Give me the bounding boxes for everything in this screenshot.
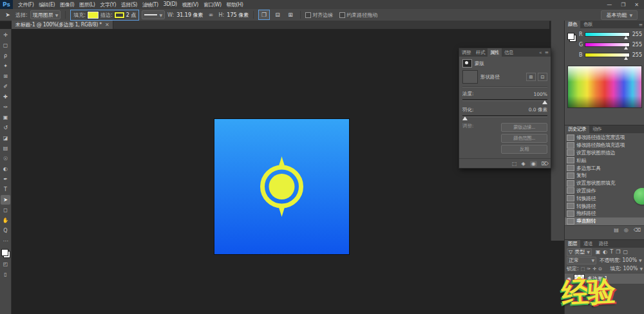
minimize-button[interactable]: — [607, 2, 612, 8]
history-item[interactable]: 多边形工具 [565, 164, 644, 172]
history-item[interactable]: 修改路径描边宽度选项 [565, 134, 644, 142]
panel-menu-icon[interactable]: ≡ [639, 22, 644, 28]
invert-button[interactable]: 反相 [501, 145, 547, 154]
history-item[interactable]: 垂直翻转 [565, 217, 644, 225]
tab-styles[interactable]: 样式 [473, 48, 488, 57]
history-item[interactable]: 粘贴 [565, 156, 644, 164]
density-value[interactable]: 100% [534, 91, 547, 97]
fill-color-swatch[interactable] [88, 12, 99, 19]
mask-visibility-eye-icon[interactable]: ◉ [530, 161, 537, 167]
menu-item[interactable]: 帮助(H) [224, 1, 246, 8]
tab-history[interactable]: 历史记录 [565, 125, 589, 133]
crop-tool[interactable]: ⊞ [1, 71, 10, 81]
foreground-color-swatch[interactable] [567, 33, 574, 40]
layer-filter-dropdown[interactable]: ▽ 类型 ▼ [567, 248, 592, 256]
feather-slider[interactable] [462, 115, 547, 117]
slider-thumb-icon[interactable] [542, 100, 547, 104]
workspace-switcher[interactable]: 基本功能▼ [601, 10, 638, 20]
delete-state-trash-icon[interactable]: ⌫ [634, 227, 641, 233]
path-selection-tool[interactable]: ➤ [1, 195, 10, 205]
hand-tool[interactable]: ✋ [1, 216, 10, 225]
filter-type-icon[interactable]: ◐ [603, 249, 607, 255]
filter-type-icon[interactable]: ▢ [623, 249, 628, 255]
load-selection-icon[interactable]: ⬚ [512, 161, 517, 167]
slider-thumb-icon[interactable] [624, 36, 628, 39]
color-range-button[interactable]: 颜色范围... [501, 134, 547, 143]
healing-brush-tool[interactable]: ✚ [1, 92, 10, 102]
zoom-tool[interactable]: Q [1, 226, 10, 236]
filter-type-icon[interactable]: T [610, 249, 613, 255]
filter-type-icon[interactable]: ❐ [616, 249, 620, 255]
menu-item[interactable]: 选择(S) [118, 1, 140, 8]
delete-mask-trash-icon[interactable]: ⌦ [542, 161, 549, 167]
foreground-background-swatches[interactable] [567, 33, 576, 42]
lock-icon[interactable]: ✑ [587, 266, 591, 272]
move-tool[interactable]: ✛ [1, 30, 10, 40]
slider-thumb-icon[interactable] [624, 57, 628, 60]
red-slider[interactable] [585, 32, 630, 37]
fill-value[interactable]: 100% [623, 266, 638, 272]
panel-menu-icon[interactable]: ≡ [545, 50, 549, 55]
align-edges-checkbox[interactable]: 对齐边缘 [305, 12, 333, 19]
screen-mode-button[interactable]: ▯ [1, 270, 10, 279]
history-item[interactable]: 设置操作 [565, 187, 644, 195]
blue-value[interactable]: 255 [632, 52, 642, 58]
path-alignment-button[interactable]: ⊟ [272, 10, 283, 19]
history-item[interactable]: 设置形状图层填充 [565, 180, 644, 187]
clone-stamp-tool[interactable]: ▣ [1, 113, 10, 122]
canvas-document[interactable] [214, 119, 349, 254]
add-mask-icon[interactable]: ⊞ [526, 73, 536, 81]
tab-layers[interactable]: 图层 [565, 240, 580, 248]
feather-value[interactable]: 0.0 像素 [529, 107, 547, 113]
quick-selection-tool[interactable]: ✦ [1, 61, 10, 71]
history-item[interactable]: 修改路径颜色填充选项 [565, 142, 644, 149]
brush-tool[interactable]: ✑ [1, 102, 10, 112]
foreground-background-swatches[interactable] [1, 249, 10, 258]
quick-mask-button[interactable]: ◰ [1, 259, 10, 269]
tab-swatches[interactable]: 色板 [580, 21, 596, 28]
tab-adjustments[interactable]: 调整 [459, 48, 473, 57]
history-item[interactable]: 转换路径 [565, 194, 644, 202]
stroke-width-field[interactable]: 2 点 [126, 12, 137, 19]
menu-item[interactable]: 滤镜(T) [140, 1, 161, 8]
history-item[interactable]: 拖移路径 [565, 210, 644, 217]
close-tab-icon[interactable]: ✕ [105, 22, 109, 28]
eraser-tool[interactable]: ◪ [1, 133, 10, 143]
marquee-tool[interactable]: ▢ [1, 41, 10, 50]
new-document-from-state-icon[interactable]: ▤ [614, 227, 619, 233]
tab-properties[interactable]: 属性 [488, 48, 502, 57]
red-value[interactable]: 255 [632, 32, 642, 37]
menu-item[interactable]: 视图(V) [180, 1, 201, 8]
new-snapshot-camera-icon[interactable]: ◎ [624, 227, 629, 233]
lock-icon[interactable]: ✛ [592, 266, 596, 272]
tab-paths[interactable]: 路径 [596, 240, 611, 248]
menu-item[interactable]: 文字(Y) [97, 1, 118, 8]
dodge-tool[interactable]: ◐ [1, 164, 10, 174]
foreground-color-swatch[interactable] [1, 249, 8, 256]
collapse-panel-icon[interactable]: « [539, 50, 542, 55]
history-item[interactable]: 设置形状图层描边 [565, 149, 644, 157]
opacity-value[interactable]: 100% [622, 257, 637, 263]
path-operations-button[interactable]: ❐ [258, 10, 270, 20]
height-field[interactable]: 175 像素 [227, 12, 249, 19]
menu-item[interactable]: 编辑(E) [36, 1, 57, 8]
color-spectrum-picker[interactable] [567, 66, 642, 108]
link-dimensions-icon[interactable]: ∞ [206, 10, 216, 19]
lock-icon[interactable]: ⊙ [598, 266, 602, 272]
blur-tool[interactable]: ☉ [1, 154, 10, 163]
history-item[interactable]: 复制 [565, 172, 644, 180]
edit-toolbar-button[interactable]: ⋯ [1, 236, 10, 246]
stroke-style-dropdown[interactable]: ▼ [142, 10, 165, 19]
path-arrangement-button[interactable]: ⊞ [285, 10, 296, 19]
shape-tool[interactable]: ◻ [1, 205, 10, 215]
tab-channels[interactable]: 通道 [580, 240, 596, 248]
constrain-path-checkbox[interactable]: 约束路径拖动 [339, 12, 377, 19]
gradient-tool[interactable]: ▤ [1, 143, 10, 153]
mask-edge-button[interactable]: 蒙版边缘... [501, 123, 547, 132]
lasso-tool[interactable]: ρ [1, 51, 10, 60]
tab-actions[interactable]: 动作 [589, 125, 605, 133]
select-mode-dropdown[interactable]: 现用图层▼ [30, 10, 61, 19]
menu-item[interactable]: 3D(D) [161, 1, 180, 8]
apply-mask-icon[interactable]: ◈ [522, 161, 526, 167]
restore-button[interactable]: ❐ [621, 2, 625, 8]
